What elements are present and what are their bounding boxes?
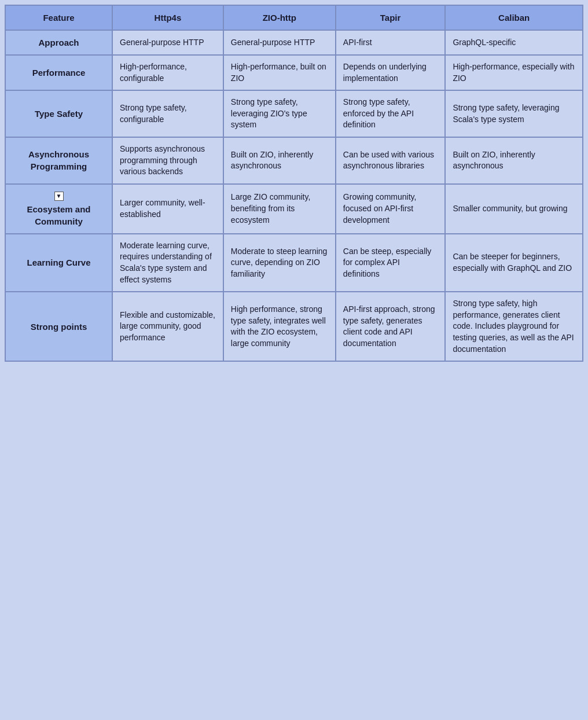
feature-type-safety: Type Safety: [5, 90, 112, 137]
feature-async: Asynchronous Programming: [5, 137, 112, 184]
learning-curve-caliban: Can be steeper for beginners, especially…: [445, 234, 583, 292]
ecosystem-tapir: Growing community, focused on API-first …: [336, 184, 446, 234]
strong-points-zio-http: High performance, strong type safety, in…: [223, 292, 336, 361]
header-http4s: Http4s: [112, 5, 223, 30]
type-safety-caliban: Strong type safety, leveraging Scala's t…: [445, 90, 583, 137]
strong-points-tapir: API-first approach, strong type safety, …: [336, 292, 446, 361]
comparison-table: Feature Http4s ZIO-http Tapir Caliban Ap…: [5, 5, 583, 362]
header-caliban: Caliban: [445, 5, 583, 30]
header-zio-http: ZIO-http: [223, 5, 336, 30]
performance-http4s: High-performance, configurable: [112, 55, 223, 90]
row-approach: Approach General-purpose HTTP General-pu…: [5, 30, 583, 55]
type-safety-http4s: Strong type safety, configurable: [112, 90, 223, 137]
approach-zio-http: General-purpose HTTP: [223, 30, 336, 55]
header-feature: Feature: [5, 5, 112, 30]
feature-ecosystem: ▼ Ecosystem and Community: [5, 184, 112, 234]
performance-caliban: High-performance, especially with ZIO: [445, 55, 583, 90]
feature-performance: Performance: [5, 55, 112, 90]
row-ecosystem: ▼ Ecosystem and Community Larger communi…: [5, 184, 583, 234]
ecosystem-label: Ecosystem and Community: [27, 204, 90, 226]
async-tapir: Can be used with various asynchronous li…: [336, 137, 446, 184]
feature-strong-points: Strong points: [5, 292, 112, 361]
ecosystem-zio-http: Large ZIO community, benefiting from its…: [223, 184, 336, 234]
ecosystem-caliban: Smaller community, but growing: [445, 184, 583, 234]
feature-learning-curve: Learning Curve: [5, 234, 112, 292]
approach-http4s: General-purpose HTTP: [112, 30, 223, 55]
learning-curve-zio-http: Moderate to steep learning curve, depend…: [223, 234, 336, 292]
performance-zio-http: High-performance, built on ZIO: [223, 55, 336, 90]
row-performance: Performance High-performance, configurab…: [5, 55, 583, 90]
row-async: Asynchronous Programming Supports asynch…: [5, 137, 583, 184]
approach-tapir: API-first: [336, 30, 446, 55]
row-strong-points: Strong points Flexible and customizable,…: [5, 292, 583, 361]
type-safety-zio-http: Strong type safety, leveraging ZIO's typ…: [223, 90, 336, 137]
strong-points-http4s: Flexible and customizable, large communi…: [112, 292, 223, 361]
async-http4s: Supports asynchronous programming throug…: [112, 137, 223, 184]
performance-tapir: Depends on underlying implementation: [336, 55, 446, 90]
type-safety-tapir: Strong type safety, enforced by the API …: [336, 90, 446, 137]
strong-points-caliban: Strong type safety, high performance, ge…: [445, 292, 583, 361]
row-type-safety: Type Safety Strong type safety, configur…: [5, 90, 583, 137]
row-learning-curve: Learning Curve Moderate learning curve, …: [5, 234, 583, 292]
dropdown-icon[interactable]: ▼: [54, 192, 64, 201]
async-caliban: Built on ZIO, inherently asynchronous: [445, 137, 583, 184]
learning-curve-http4s: Moderate learning curve, requires unders…: [112, 234, 223, 292]
learning-curve-tapir: Can be steep, especially for complex API…: [336, 234, 446, 292]
async-zio-http: Built on ZIO, inherently asynchronous: [223, 137, 336, 184]
header-tapir: Tapir: [336, 5, 446, 30]
ecosystem-http4s: Larger community, well-established: [112, 184, 223, 234]
feature-approach: Approach: [5, 30, 112, 55]
approach-caliban: GraphQL-specific: [445, 30, 583, 55]
